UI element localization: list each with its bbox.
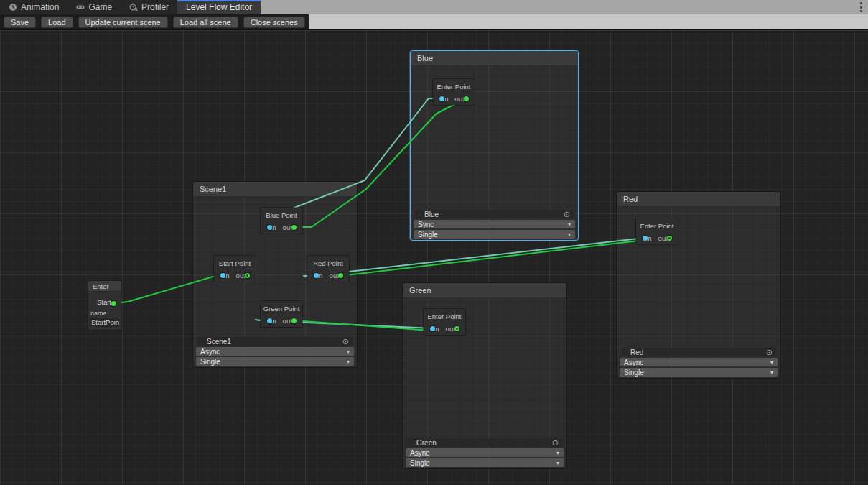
update-current-scene-button[interactable]: Update current scene (78, 17, 168, 28)
tab-label: Animation (21, 2, 59, 12)
in-port[interactable] (643, 236, 648, 241)
chevron-down-icon (556, 460, 559, 466)
tab-game[interactable]: Game (67, 0, 121, 14)
chevron-down-icon (347, 359, 350, 365)
point-node-green-enter[interactable]: Enter Pointinout (424, 309, 465, 335)
point-title: Enter Point (433, 83, 475, 91)
point-node-blue-enter[interactable]: Enter Pointinout (433, 79, 475, 105)
scene-asset-value: Red (630, 348, 643, 356)
chevron-down-icon (556, 450, 559, 456)
dropdown1-select[interactable]: Sync (414, 220, 575, 228)
dropdown1-select[interactable]: Async (196, 347, 354, 356)
point-node-scene1-red-point[interactable]: Red Pointinout (307, 256, 349, 282)
toolbar-empty-area (309, 14, 868, 29)
tab-label: Profiler (141, 2, 169, 12)
load-button[interactable]: Load (41, 17, 73, 28)
tab-level-flow-editor[interactable]: Level Flow Editor (177, 0, 261, 14)
chevron-down-icon (568, 231, 571, 238)
selected-option: Async (200, 348, 220, 356)
tab-label: Game (88, 2, 112, 12)
scene-asset-value: Green (416, 439, 437, 447)
point-node-red-enter[interactable]: Enter Pointinout (636, 218, 678, 244)
start-point-name-input[interactable]: StartPoint (90, 318, 119, 327)
scene-asset-field[interactable]: Scene1 (197, 337, 353, 346)
point-title: Enter Point (424, 313, 465, 320)
dropdown2-select[interactable]: Single (414, 230, 575, 239)
point-title: Red Point (307, 259, 349, 267)
selected-option: Sync (418, 221, 434, 228)
out-port[interactable] (338, 273, 343, 278)
point-node-scene1-green-point[interactable]: Green Pointinout (261, 301, 302, 327)
out-port-label: out (455, 95, 465, 103)
node-title: Scene1 (193, 182, 357, 197)
out-port-label: out (658, 234, 668, 242)
out-port[interactable] (291, 318, 297, 323)
kebab-menu-icon[interactable] (860, 2, 863, 12)
load-all-scene-button[interactable]: Load all scene (173, 17, 238, 28)
chevron-down-icon (568, 221, 571, 228)
chevron-down-icon (770, 359, 773, 366)
object-picker-icon[interactable] (564, 211, 570, 218)
out-port-label: out (283, 223, 292, 231)
chevron-down-icon (770, 369, 773, 376)
object-picker-icon[interactable] (766, 348, 773, 356)
close-scenes-button[interactable]: Close scenes (243, 17, 305, 28)
toolbar: SaveLoadUpdate current sceneLoad all sce… (0, 14, 868, 30)
in-port[interactable] (439, 96, 444, 101)
selected-option: Single (418, 231, 438, 239)
node-graph-canvas[interactable]: BlueBlueSyncSingleScene1Scene1AsyncSingl… (0, 30, 868, 485)
tab-strip-empty-area (261, 0, 868, 14)
tab-animation[interactable]: Animation (0, 0, 67, 14)
in-port[interactable] (220, 273, 225, 278)
scene-asset-field[interactable]: Blue (415, 210, 574, 218)
scene-asset-field[interactable]: Green (407, 438, 562, 447)
object-picker-icon[interactable] (552, 439, 559, 446)
out-port-label: out (446, 325, 455, 333)
out-port[interactable] (291, 225, 297, 230)
start-out-port[interactable] (111, 301, 116, 306)
in-port[interactable] (267, 318, 272, 323)
node-title: Red (617, 192, 780, 207)
point-node-scene1-start-point[interactable]: Start Pointinout (214, 256, 256, 282)
dropdown2-select[interactable]: Single (620, 368, 778, 377)
in-port[interactable] (430, 326, 435, 331)
out-port[interactable] (454, 326, 459, 331)
node-title: Green (403, 283, 566, 298)
selected-option: Single (624, 369, 644, 377)
out-port-label: out (283, 317, 292, 325)
node-title: Blue (411, 51, 578, 66)
out-port-label: out (330, 272, 339, 280)
out-port[interactable] (464, 96, 469, 101)
name-label: name (90, 310, 121, 317)
scene-asset-field[interactable]: Red (621, 348, 776, 356)
scene-asset-value: Scene1 (207, 338, 231, 346)
save-button[interactable]: Save (4, 17, 36, 28)
enter-node[interactable]: EnterStartnameStartPoint (88, 280, 121, 331)
out-port[interactable] (667, 236, 672, 241)
chevron-down-icon (347, 348, 350, 355)
dropdown1-select[interactable]: Async (620, 358, 778, 366)
point-node-scene1-blue-point[interactable]: Blue Pointinout (261, 208, 302, 234)
toolbar-button-group: SaveLoadUpdate current sceneLoad all sce… (0, 14, 309, 29)
in-port[interactable] (267, 225, 272, 230)
selected-option: Single (410, 459, 430, 467)
object-picker-icon[interactable] (342, 338, 349, 345)
connection-redpoint-to-redenter[interactable] (340, 240, 645, 276)
out-port[interactable] (245, 273, 250, 278)
tab-label: Level Flow Editor (186, 2, 252, 12)
dropdown2-select[interactable]: Single (196, 357, 354, 366)
enter-node-title: Enter (88, 281, 121, 292)
unity-editor-window: AnimationGameProfilerLevel Flow Editor S… (0, 0, 868, 485)
selected-option: Single (200, 358, 220, 366)
dropdown1-select[interactable]: Async (406, 448, 564, 457)
dropdown2-select[interactable]: Single (406, 458, 564, 467)
out-port-label: out (236, 272, 246, 280)
scene-asset-value: Blue (424, 211, 439, 218)
point-title: Green Point (261, 305, 302, 313)
point-title: Start Point (214, 259, 256, 267)
point-title: Blue Point (261, 211, 302, 219)
tab-profiler[interactable]: Profiler (121, 0, 177, 14)
in-port[interactable] (314, 273, 319, 278)
tab-bar: AnimationGameProfilerLevel Flow Editor (0, 0, 868, 14)
selected-option: Async (410, 449, 429, 457)
